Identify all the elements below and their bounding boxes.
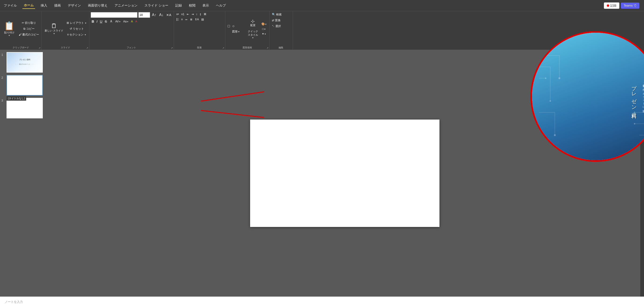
slide-thumbnail-3[interactable] — [6, 98, 43, 118]
number-list-button[interactable]: ≡1 — [180, 12, 185, 16]
underline-button[interactable]: U — [99, 19, 103, 24]
format-copy-button[interactable]: 🖌 書式のコピー — [18, 32, 40, 37]
svg-point-10 — [554, 134, 556, 136]
preview-text-area: プレゼン資料 ・公書き方のポイントに話す — [630, 81, 644, 112]
bullet-list-button[interactable]: ≡• — [175, 12, 180, 16]
shadow-button[interactable]: Ａ — [108, 19, 114, 24]
drawing-group: □ ○ 図形▼ ⊹ 配置 クイックスタイル ▼ 🎨▼ □▼ ✦▼ — [225, 11, 270, 50]
quick-style-arrow: ▼ — [252, 37, 254, 39]
font-group-label: フォント — [91, 45, 172, 49]
svg-line-17 — [201, 110, 264, 117]
format-copy-icon: 🖌 — [19, 33, 22, 36]
menu-bar: ファイル ホーム 挿入 描画 デザイン 画面切り替え アニメーション スライド … — [0, 0, 644, 11]
menu-transitions[interactable]: 画面切り替え — [86, 2, 109, 9]
paragraph-bottom-row: ⬱ ≡ ⬰ ≣ ⇕A ▤ — [175, 17, 205, 21]
align-left-button[interactable]: ⬱ — [175, 17, 180, 21]
section-icon: ≡ — [67, 33, 69, 36]
replace-button[interactable]: ⇄ 置換 — [271, 18, 282, 23]
clipboard-group: 📋 貼り付け ▼ ✂ 切り取り ⧉ コピー 🖌 書式のコピー クリップボード — [0, 11, 42, 50]
preview-subtitle: ・公書き方のポイントに話す — [642, 81, 644, 112]
slide-content: 🗒 新しい スライド ▼ ⊞ レイアウト ▼ ↺ リセット ≡ セクション — [43, 12, 88, 45]
slide-canvas[interactable] — [250, 120, 440, 227]
search-button[interactable]: 🔍 検索 — [271, 12, 282, 17]
notes-bar[interactable]: ノートを入力 — [0, 297, 644, 304]
font-size-decrease-button[interactable]: A↓ — [158, 12, 164, 17]
columns-button[interactable]: ⫿ — [199, 12, 202, 16]
menu-home[interactable]: ホーム — [22, 2, 35, 9]
slide-options: ⊞ レイアウト ▼ ↺ リセット ≡ セクション ▼ — [66, 20, 88, 37]
fill-button[interactable]: 🎨▼ — [260, 22, 268, 26]
slide-number-1: 1 — [2, 52, 5, 56]
layout-label: レイアウト — [70, 21, 84, 24]
cut-button[interactable]: ✂ 切り取り — [18, 20, 40, 25]
teams-button[interactable]: Teams で — [621, 2, 639, 9]
menu-draw[interactable]: 描画 — [53, 2, 62, 9]
ellipse-shape-btn[interactable]: ○ — [231, 23, 236, 29]
smart-art-button[interactable]: ⌘ — [203, 12, 207, 16]
section-label: セクション — [70, 33, 84, 36]
font-top-row: A↑ A↓ ✕A — [91, 12, 172, 18]
increase-indent-button[interactable]: ⇥ — [190, 12, 195, 16]
main-area: 1 プレゼン資料 ・・・書き方のポイント・・・ 2 [タイトルなし] 3 — [0, 50, 644, 297]
new-slide-icon: 🗒 — [51, 23, 57, 29]
text-align-button[interactable]: ▤ — [200, 17, 205, 21]
paragraph-expand-icon[interactable]: ↗ — [222, 47, 224, 49]
slide-expand-icon[interactable]: ↗ — [86, 47, 88, 49]
svg-point-2 — [558, 77, 560, 79]
line-spacing-button[interactable]: ↕ — [195, 12, 198, 16]
rect-shape-btn[interactable]: □ — [227, 23, 231, 29]
decrease-indent-button[interactable]: ⇤ — [186, 12, 190, 16]
record-button[interactable]: 記録 — [604, 2, 620, 9]
menu-insert[interactable]: 挿入 — [39, 2, 48, 9]
text-direction-button[interactable]: ⇕A — [194, 17, 200, 21]
slide2-content — [7, 75, 42, 95]
slide-panel: 1 プレゼン資料 ・・・書き方のポイント・・・ 2 [タイトルなし] 3 — [0, 50, 49, 297]
layout-button[interactable]: ⊞ レイアウト ▼ — [66, 20, 88, 25]
new-slide-button[interactable]: 🗒 新しい スライド ▼ — [43, 22, 65, 36]
bold-button[interactable]: B — [91, 19, 95, 24]
shapes-more-btn[interactable]: 図形▼ — [231, 29, 241, 34]
outline-button[interactable]: □▼ — [260, 27, 268, 31]
case-button[interactable]: Aa▼ — [122, 19, 130, 23]
align-center-button[interactable]: ≡ — [180, 17, 184, 21]
font-size-increase-button[interactable]: A↑ — [151, 12, 157, 17]
drawing-group-label: 図形描画 — [227, 45, 268, 49]
char-spacing-button[interactable]: AV▼ — [114, 19, 122, 23]
align-right-button[interactable]: ⬰ — [184, 17, 189, 21]
copy-button[interactable]: ⧉ コピー — [18, 26, 40, 31]
menu-animation[interactable]: アニメーション — [113, 2, 139, 9]
layout-icon: ⊞ — [66, 21, 69, 24]
strikethrough-button[interactable]: S — [104, 19, 108, 24]
font-size-input[interactable] — [138, 12, 150, 18]
slide-thumb-content-1: プレゼン資料 ・・・書き方のポイント・・・ — [7, 52, 42, 72]
font-name-input[interactable] — [91, 12, 138, 18]
menu-help[interactable]: ヘルプ — [214, 2, 227, 9]
slide-thumbnail-1[interactable]: プレゼン資料 ・・・書き方のポイント・・・ — [6, 52, 43, 73]
paste-icon: 📋 — [4, 21, 14, 31]
select-button[interactable]: ↖ 選択 — [271, 24, 282, 29]
slide-thumbnail-2[interactable] — [6, 75, 43, 95]
new-slide-arrow: ▼ — [53, 32, 55, 35]
clear-format-button[interactable]: ✕A — [165, 12, 172, 17]
menu-review[interactable]: 校閲 — [188, 2, 197, 9]
menu-design[interactable]: デザイン — [66, 2, 82, 9]
section-button[interactable]: ≡ セクション ▼ — [66, 32, 88, 37]
italic-button[interactable]: I — [96, 19, 98, 24]
quick-style-button[interactable]: クイックスタイル ▼ — [246, 29, 260, 40]
arrange-icon: ⊹ — [251, 19, 255, 23]
paste-button[interactable]: 📋 貼り付け ▼ — [2, 20, 17, 38]
reset-button[interactable]: ↺ リセット — [66, 26, 88, 31]
font-color-button[interactable]: A — [134, 19, 138, 23]
menu-slideshow[interactable]: スライド ショー — [143, 2, 170, 9]
highlight-button[interactable]: A — [130, 19, 134, 23]
justify-button[interactable]: ≣ — [189, 17, 193, 21]
slide-group-label: スライド — [43, 45, 88, 49]
effects-button[interactable]: ✦▼ — [260, 32, 268, 36]
menu-record[interactable]: 記録 — [174, 2, 183, 9]
menu-view[interactable]: 表示 — [201, 2, 210, 9]
drawing-expand-icon[interactable]: ↗ — [266, 47, 268, 49]
clipboard-expand-icon[interactable]: ↗ — [38, 47, 40, 49]
menu-file[interactable]: ファイル — [2, 2, 18, 9]
arrange-button[interactable]: ⊹ 配置 — [246, 18, 260, 28]
font-expand-icon[interactable]: ↗ — [171, 47, 173, 49]
